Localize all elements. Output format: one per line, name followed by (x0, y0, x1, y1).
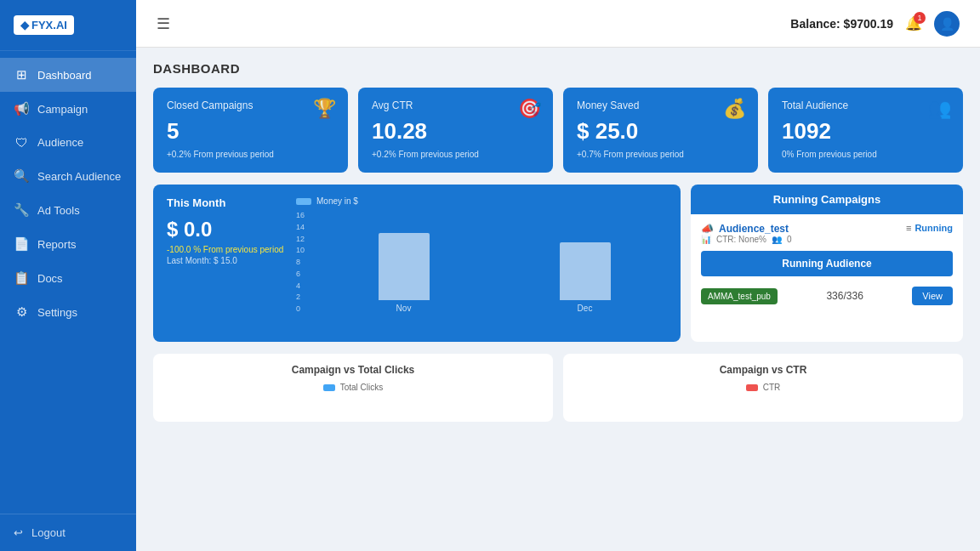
this-month-chart: Money in $ 1614121086420 Nov Dec (296, 196, 667, 330)
bar-group-Nov: Nov (322, 233, 486, 313)
y-label: 8 (296, 258, 305, 266)
logout-button[interactable]: ↩ Logout (0, 514, 136, 551)
logo-text: FYX.AI (31, 19, 67, 31)
y-label: 2 (296, 293, 305, 301)
sidebar-item-campaign[interactable]: 📢Campaign (0, 92, 136, 126)
logo: ◆ FYX.AI (14, 15, 74, 35)
y-label: 16 (296, 211, 305, 219)
stat-value-avg-ctr: 10.28 (372, 118, 539, 145)
nav-label-campaign: Campaign (37, 103, 88, 116)
notification-badge: 1 (914, 12, 926, 24)
lower-row: This Month $ 0.0 -100.0 % From previous … (153, 185, 963, 342)
stat-change-total-audience: 0% From previous period (782, 150, 949, 159)
view-button[interactable]: View (912, 287, 953, 305)
audience-count: 336/336 (826, 290, 863, 302)
hamburger-icon[interactable]: ☰ (157, 14, 170, 33)
stat-title-avg-ctr: Avg CTR (372, 99, 539, 111)
nav-icon-docs: 📋 (14, 270, 29, 286)
audience-row: AMMA_test_pub 336/336 View (701, 281, 953, 310)
topbar-left: ☰ (157, 14, 170, 33)
stat-icon-total-audience: 👥 (928, 98, 951, 120)
status-label: Running (914, 223, 953, 233)
stats-row: Closed Campaigns 5 +0.2% From previous p… (153, 88, 963, 173)
dashboard-content: DASHBOARD Closed Campaigns 5 +0.2% From … (136, 48, 980, 551)
audience-tag: AMMA_test_pub (701, 288, 778, 304)
nav-label-dashboard: Dashboard (37, 69, 92, 82)
stat-value-closed-campaigns: 5 (167, 118, 334, 145)
user-icon: 👤 (940, 17, 954, 31)
this-month-title: This Month (167, 196, 286, 209)
balance-display: Balance: $9700.19 (790, 17, 893, 31)
sidebar-logo: ◆ FYX.AI (0, 0, 136, 51)
stat-card-total-audience: Total Audience 1092 0% From previous per… (768, 88, 963, 173)
nav-label-ad-tools: Ad Tools (37, 204, 80, 217)
stat-value-money-saved: $ 25.0 (577, 118, 744, 145)
this-month-change: -100.0 % From previous period (167, 245, 286, 254)
sidebar-item-ad-tools[interactable]: 🔧Ad Tools (0, 193, 136, 227)
nav-icon-campaign: 📢 (14, 101, 29, 116)
status-icon: ≡ (906, 223, 911, 233)
people-icon: 👥 (772, 235, 782, 244)
stat-value-total-audience: 1092 (782, 118, 949, 145)
stat-icon-money-saved: 💰 (723, 98, 746, 120)
stat-card-closed-campaigns: Closed Campaigns 5 +0.2% From previous p… (153, 88, 348, 173)
bar-label-Nov: Nov (396, 304, 412, 313)
stat-title-total-audience: Total Audience (782, 99, 949, 111)
notification-button[interactable]: 🔔 1 (905, 15, 922, 31)
this-month-value: $ 0.0 (167, 218, 286, 241)
nav-label-reports: Reports (37, 238, 77, 251)
y-axis-labels: 1614121086420 (296, 211, 305, 313)
y-label: 6 (296, 270, 305, 278)
chart-legend: Money in $ (296, 196, 667, 206)
sidebar-item-dashboard[interactable]: ⊞Dashboard (0, 58, 136, 92)
sidebar-item-docs[interactable]: 📋Docs (0, 261, 136, 295)
y-label: 10 (296, 246, 305, 254)
topbar-right: Balance: $9700.19 🔔 1 👤 (790, 11, 960, 37)
sidebar-item-search-audience[interactable]: 🔍Search Audience (0, 159, 136, 193)
y-label: 14 (296, 223, 305, 231)
legend-box (296, 198, 311, 205)
page-title: DASHBOARD (153, 61, 963, 76)
nav-icon-reports: 📄 (14, 236, 29, 252)
nav-label-docs: Docs (37, 272, 63, 285)
bar-Nov (379, 233, 430, 300)
this-month-prev: Last Month: $ 15.0 (167, 256, 286, 265)
nav-icon-ad-tools: 🔧 (14, 202, 29, 218)
nav-label-search-audience: Search Audience (37, 170, 121, 183)
nav-icon-audience: 🛡 (14, 135, 29, 150)
running-campaigns-card: Running Campaigns 📣 Audience_test 📊 CTR:… (691, 185, 963, 342)
stat-card-money-saved: Money Saved $ 25.0 +0.7% From previous p… (563, 88, 758, 173)
nav-label-settings: Settings (37, 306, 77, 319)
user-avatar[interactable]: 👤 (934, 11, 960, 37)
bar-Dec (560, 242, 611, 300)
stat-icon-closed-campaigns: 🏆 (313, 98, 336, 120)
stat-change-avg-ctr: +0.2% From previous period (372, 150, 539, 159)
nav-icon-dashboard: ⊞ (14, 67, 29, 82)
stat-title-closed-campaigns: Closed Campaigns (167, 99, 334, 111)
legend-label: Money in $ (316, 196, 358, 206)
campaign-name: 📣 Audience_test (701, 223, 791, 235)
charts-row: Campaign vs Total Clicks Total Clicks Ca… (153, 354, 963, 422)
logo-diamond: ◆ (20, 19, 29, 31)
legend-text-campaign-vs-clicks: Total Clicks (340, 383, 384, 392)
sidebar-item-reports[interactable]: 📄Reports (0, 227, 136, 261)
nav-icon-settings: ⚙ (14, 304, 29, 320)
chart-card-campaign-vs-clicks: Campaign vs Total Clicks Total Clicks (153, 354, 553, 422)
sidebar-item-audience[interactable]: 🛡Audience (0, 126, 136, 159)
sidebar-item-settings[interactable]: ⚙Settings (0, 295, 136, 329)
y-label: 12 (296, 235, 305, 243)
running-campaigns-body: 📣 Audience_test 📊 CTR: None% 👥 0 (691, 214, 963, 319)
megaphone-icon: 📣 (701, 223, 714, 235)
chart-title-campaign-vs-ctr: Campaign vs CTR (575, 364, 951, 376)
bar-label-Dec: Dec (578, 304, 593, 313)
stat-change-money-saved: +0.7% From previous period (577, 150, 744, 159)
nav-label-audience: Audience (37, 136, 83, 149)
main-content: ☰ Balance: $9700.19 🔔 1 👤 DASHBOARD Clos… (136, 0, 980, 551)
ctr-chart-icon: 📊 (701, 235, 711, 244)
stat-card-avg-ctr: Avg CTR 10.28 +0.2% From previous period… (358, 88, 553, 173)
sidebar-nav: ⊞Dashboard📢Campaign🛡Audience🔍Search Audi… (0, 51, 136, 514)
stat-change-closed-campaigns: +0.2% From previous period (167, 150, 334, 159)
stat-title-money-saved: Money Saved (577, 99, 744, 111)
chart-card-campaign-vs-ctr: Campaign vs CTR CTR (563, 354, 963, 422)
y-label: 0 (296, 304, 305, 313)
